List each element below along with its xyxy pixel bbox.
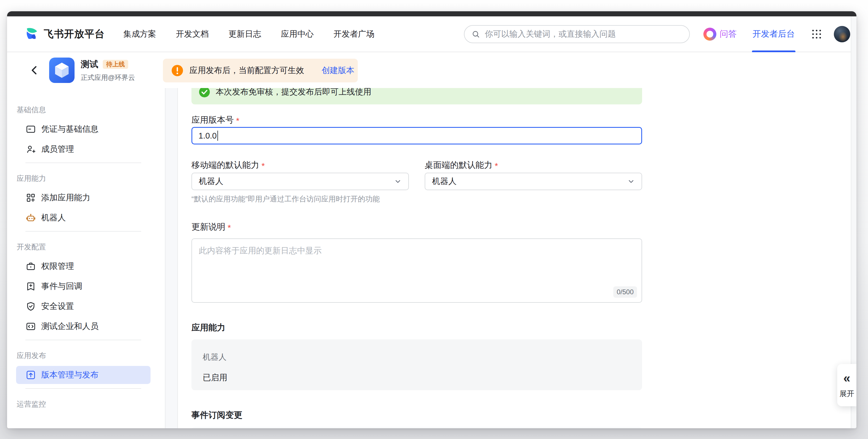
console-label: 开发者后台 [752,28,795,40]
browser-window: 飞书开放平台 集成方案开发文档更新日志应用中心开发者广场 你可以输入关键词，或直… [7,11,857,428]
sidebar-item-label: 权限管理 [41,261,74,272]
version-input[interactable]: 1.0.0 [191,127,642,144]
nav-menu-item-3[interactable]: 应用中心 [281,29,314,40]
publish-icon [25,370,36,380]
logo-text: 飞书开放平台 [44,27,105,41]
success-check-icon [199,88,210,98]
expand-label: 展开 [839,389,854,399]
sidebar-item-label: 版本管理与发布 [41,369,98,381]
events-panel [191,427,642,428]
expand-panel-button[interactable]: « 展开 [837,364,857,406]
sidebar-item-shield-check[interactable]: 安全设置 [16,297,151,315]
grid-add-icon [25,193,36,203]
capability-help-text: “默认的应用功能”即用户通过工作台访问应用时打开的功能 [191,194,409,204]
main-content: 本次发布免审核，提交发布后即可上线使用 应用版本号* 1.0.0 移动端的默认能… [178,88,857,428]
nav-right: 问答 开发者后台 [703,16,850,52]
sidebar-item-label: 成员管理 [41,144,74,155]
nav-menu-item-2[interactable]: 更新日志 [228,29,261,40]
version-value: 1.0.0 [198,131,217,140]
sidebar-item-label: 测试企业和人员 [41,321,98,332]
alert-text: 应用发布后，当前配置方可生效 [189,65,304,76]
update-notes-placeholder: 此内容将于应用的更新日志中显示 [199,246,321,255]
user-add-icon [25,144,36,155]
sidebar-item-label: 事件与回调 [41,281,82,292]
text-cursor [217,131,218,141]
warning-icon [172,65,183,76]
sidebar-item-code[interactable]: 测试企业和人员 [16,317,151,335]
sidebar-section-label: 基础信息 [17,88,165,113]
sidebar-divider [25,340,141,340]
desktop-capability-label: 桌面端的默认能力* [425,161,642,169]
sidebar-item-user-add[interactable]: 成员管理 [16,140,151,158]
sidebar-divider [25,231,141,232]
success-banner-text: 本次发布免审核，提交发布后即可上线使用 [216,88,371,98]
window-titlebar [7,11,857,16]
id-card-icon [25,124,36,135]
console-link[interactable]: 开发者后台 [752,16,795,52]
sidebar-item-event-callback[interactable]: 事件与回调 [16,277,151,295]
sidebar-item-label: 凭证与基础信息 [41,124,98,135]
sidebar-item-label: 安全设置 [41,301,74,312]
update-notes-textarea[interactable]: 此内容将于应用的更新日志中显示 0/500 [191,238,642,303]
app-subtitle: 正式应用@环界云 [81,73,135,82]
desktop-capability-value: 机器人 [432,176,457,187]
search-box[interactable]: 你可以输入关键词，或直接输入问题 [464,25,690,43]
top-navbar: 飞书开放平台 集成方案开发文档更新日志应用中心开发者广场 你可以输入关键词，或直… [7,16,857,52]
user-avatar[interactable] [834,26,850,42]
sidebar: 基础信息凭证与基础信息成员管理应用能力添加应用能力机器人开发配置权限管理事件与回… [7,88,165,428]
search-icon [471,30,480,39]
back-button[interactable] [28,64,41,76]
alert-banner: 应用发布后，当前配置方可生效 创建版本 [163,59,358,82]
app-icon [49,58,74,83]
required-mark: * [236,116,240,125]
capability-name: 机器人 [203,352,631,363]
page-body: 基础信息凭证与基础信息成员管理应用能力添加应用能力机器人开发配置权限管理事件与回… [7,88,857,428]
status-badge: 待上线 [103,60,128,69]
sidebar-section-label: 运营监控 [17,400,165,408]
sidebar-divider [25,163,141,163]
brand[interactable]: 飞书开放平台 [25,27,105,41]
capability-panel: 机器人 已启用 [191,339,642,390]
robot-icon [25,212,36,223]
required-mark: * [495,162,498,170]
version-label: 应用版本号* [191,116,642,124]
shield-check-icon [25,301,36,312]
qa-label: 问答 [720,28,737,40]
qa-link[interactable]: 问答 [703,28,737,41]
chevron-down-icon [394,177,402,185]
nav-menu: 集成方案开发文档更新日志应用中心开发者广场 [123,29,374,40]
nav-menu-item-4[interactable]: 开发者广场 [334,29,374,40]
sidebar-item-label: 机器人 [41,212,66,224]
search-placeholder: 你可以输入关键词，或直接输入问题 [485,29,616,40]
code-icon [25,321,36,332]
sidebar-item-briefcase[interactable]: 权限管理 [16,257,151,275]
app-title-block: 测试 待上线 正式应用@环界云 [81,58,135,82]
events-section-title: 事件订阅变更 [191,410,642,419]
success-banner: 本次发布免审核，提交发布后即可上线使用 [191,88,642,104]
sidebar-section-label: 应用发布 [17,352,165,359]
mobile-capability-select[interactable]: 机器人 [191,173,409,190]
double-chevron-left-icon: « [843,372,850,384]
desktop-capability-select[interactable]: 机器人 [425,173,642,190]
apps-grid-icon[interactable] [811,29,822,39]
sidebar-item-publish[interactable]: 版本管理与发布 [16,366,151,384]
nav-menu-item-0[interactable]: 集成方案 [123,29,156,40]
capability-section-title: 应用能力 [191,323,642,332]
nav-menu-item-1[interactable]: 开发文档 [176,29,209,40]
briefcase-icon [25,261,36,272]
sidebar-section-label: 开发配置 [17,243,165,250]
app-header: 测试 待上线 正式应用@环界云 应用发布后，当前配置方可生效 创建版本 [7,52,857,88]
mobile-capability-label: 移动端的默认能力* [191,161,409,169]
sidebar-item-id-card[interactable]: 凭证与基础信息 [16,120,151,138]
sidebar-item-grid-add[interactable]: 添加应用能力 [16,189,151,207]
required-mark: * [227,224,231,232]
event-callback-icon [25,281,36,292]
chevron-down-icon [627,177,635,185]
back-chevron-icon [29,65,40,76]
sidebar-section-label: 应用能力 [17,175,165,182]
create-version-link[interactable]: 创建版本 [321,65,354,76]
sidebar-item-robot[interactable]: 机器人 [16,209,151,227]
sidebar-scrollbar[interactable] [165,88,178,428]
update-notes-label: 更新说明* [191,223,642,231]
app-name: 测试 [81,58,98,70]
